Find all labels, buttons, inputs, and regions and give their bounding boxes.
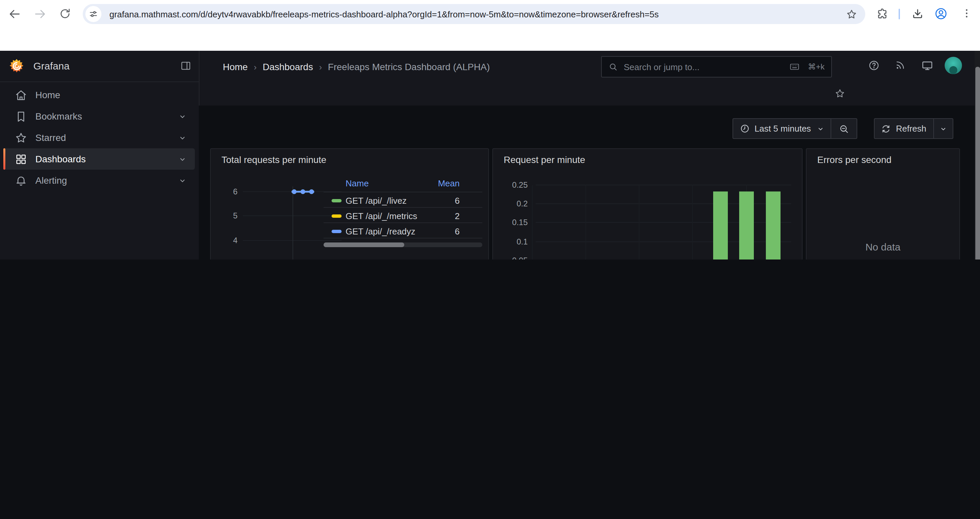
group-divider xyxy=(830,119,831,138)
url-input[interactable] xyxy=(108,8,846,20)
profile-icon[interactable] xyxy=(934,7,948,21)
panel-title[interactable]: Request per minute xyxy=(504,154,585,165)
panel-title[interactable]: Total requests per minute xyxy=(221,154,326,165)
grid-icon xyxy=(15,153,27,165)
sidebar-item-label: Bookmarks xyxy=(35,111,82,121)
breadcrumb-separator: › xyxy=(313,62,328,72)
y-axis-tick: 0.15 xyxy=(493,218,528,227)
search-shortcut: ⌘+k xyxy=(783,61,824,72)
breadcrumb: Home›Dashboards›Freeleaps Metrics Dashbo… xyxy=(223,61,490,72)
download-icon[interactable] xyxy=(911,7,924,20)
sidebar-item-starred[interactable]: Starred xyxy=(3,127,195,148)
table-row[interactable]: GET /api/_/livez6 xyxy=(323,194,482,208)
chevron-down-icon[interactable] xyxy=(178,155,187,163)
bell-icon xyxy=(15,174,27,187)
breadcrumb-item[interactable]: Dashboards xyxy=(262,61,313,72)
y-axis-tick: 5 xyxy=(211,211,237,220)
table-divider xyxy=(323,192,482,192)
sidebar-header: Grafana xyxy=(0,51,199,82)
chevron-down-icon xyxy=(816,125,824,133)
keyboard-icon xyxy=(789,61,800,72)
grafana-app: Home›Dashboards›Freeleaps Metrics Dashbo… xyxy=(0,51,980,260)
home-icon xyxy=(15,88,27,101)
search-input[interactable] xyxy=(622,61,783,72)
y-axis-tick: 4 xyxy=(211,236,237,245)
sidebar-item-label: Dashboards xyxy=(35,153,86,164)
series-color-pill xyxy=(332,199,342,203)
sidebar-item-bookmarks[interactable]: Bookmarks xyxy=(3,105,195,127)
collapse-sidebar-icon[interactable] xyxy=(180,60,191,72)
scrollbar-thumb[interactable] xyxy=(975,67,980,260)
breadcrumb-item[interactable]: Home xyxy=(223,61,248,72)
chevron-down-icon[interactable] xyxy=(178,112,187,121)
grafana-logo xyxy=(9,58,25,74)
table-scrollbar-thumb[interactable] xyxy=(323,243,404,247)
bookmark-star-icon[interactable] xyxy=(846,8,857,20)
dashboard-canvas: Last 5 minutes Refresh Total requests pe… xyxy=(199,105,980,260)
table-header-mean[interactable]: Mean xyxy=(406,178,460,188)
series-value: 6 xyxy=(406,196,460,206)
menu-kebab-icon[interactable] xyxy=(961,7,973,19)
chevron-down-icon[interactable] xyxy=(178,176,187,185)
refresh-icon xyxy=(881,124,891,133)
refresh-picker[interactable]: Refresh xyxy=(874,118,953,139)
sidebar-item-label: Starred xyxy=(35,132,66,143)
table-row[interactable]: GET /api/_/readyz6 xyxy=(323,224,482,239)
time-range-picker[interactable]: Last 5 minutes xyxy=(732,118,857,139)
search-icon xyxy=(608,62,618,72)
zoom-out-icon[interactable] xyxy=(838,123,849,134)
sidebar-item-label: Alerting xyxy=(35,175,67,186)
table-row[interactable]: GET /api/_/metrics2 xyxy=(323,209,482,224)
sidebar-item-dashboards[interactable]: Dashboards xyxy=(3,148,195,170)
user-avatar[interactable] xyxy=(945,57,962,74)
panel-title[interactable]: Errors per second xyxy=(817,154,892,165)
star-icon xyxy=(15,131,27,144)
panel-request-per-minute: Request per minute 2xx Mean: 0.233 Max: … xyxy=(492,148,803,260)
chevron-down-icon[interactable] xyxy=(178,133,187,142)
bookmarks-bar: Freeleaps收藏博客 xyxy=(0,28,980,51)
forward-arrow-icon[interactable] xyxy=(33,7,47,21)
series-name[interactable]: GET /api/_/livez xyxy=(345,196,407,206)
series-color-pill xyxy=(332,230,342,233)
table-header-name[interactable]: Name xyxy=(345,178,369,188)
reload-icon[interactable] xyxy=(59,7,72,20)
search-box[interactable]: ⌘+k xyxy=(601,56,832,77)
favorite-star-icon[interactable] xyxy=(835,88,845,99)
url-bar[interactable] xyxy=(83,4,865,24)
sidebar-item-label: Home xyxy=(35,89,60,100)
y-axis-tick: 0.1 xyxy=(493,237,528,246)
chevron-down-icon[interactable] xyxy=(939,125,947,133)
y-axis-tick: 6 xyxy=(211,187,237,196)
time-range-label: Last 5 minutes xyxy=(754,124,811,134)
rss-icon[interactable] xyxy=(895,59,906,71)
browser-toolbar xyxy=(0,0,980,28)
chart-svg xyxy=(493,149,802,260)
dashboard-toolbar: Export Share xyxy=(199,82,980,105)
y-axis-tick: 0.05 xyxy=(493,256,528,260)
extension-pin-divider xyxy=(899,9,900,19)
panel-errors-per-second: Errors per second No data xyxy=(806,148,960,260)
series-value: 2 xyxy=(406,211,460,221)
breadcrumb-item: Freeleaps Metrics Dashboard (ALPHA) xyxy=(328,61,490,72)
help-icon[interactable] xyxy=(868,59,880,72)
series-color-pill xyxy=(332,214,342,218)
breadcrumb-separator: › xyxy=(248,62,263,72)
legend-table: NameMeanGET /api/_/livez6GET /api/_/metr… xyxy=(323,176,482,252)
no-data-message: No data xyxy=(807,241,959,252)
screen: Freeleaps收藏博客 Home›Dashboards›Freeleaps … xyxy=(0,0,980,260)
series-name[interactable]: GET /api/_/readyz xyxy=(345,227,415,236)
refresh-label: Refresh xyxy=(896,124,926,134)
page-scrollbar[interactable] xyxy=(975,51,980,260)
group-divider xyxy=(933,119,934,138)
sidebar: Grafana HomeBookmarksStarredDashboardsAl… xyxy=(0,51,199,260)
y-axis-tick: 0.25 xyxy=(493,180,528,190)
sidebar-item-alerting[interactable]: Alerting xyxy=(3,170,195,191)
sidebar-item-home[interactable]: Home xyxy=(3,84,195,105)
series-value: 6 xyxy=(406,227,460,236)
tune-icon[interactable] xyxy=(85,6,102,22)
active-accent-bar xyxy=(3,148,5,170)
monitor-icon[interactable] xyxy=(921,59,933,72)
brand-title: Grafana xyxy=(33,60,69,72)
back-arrow-icon[interactable] xyxy=(8,7,21,21)
extensions-puzzle-icon[interactable] xyxy=(876,7,889,20)
